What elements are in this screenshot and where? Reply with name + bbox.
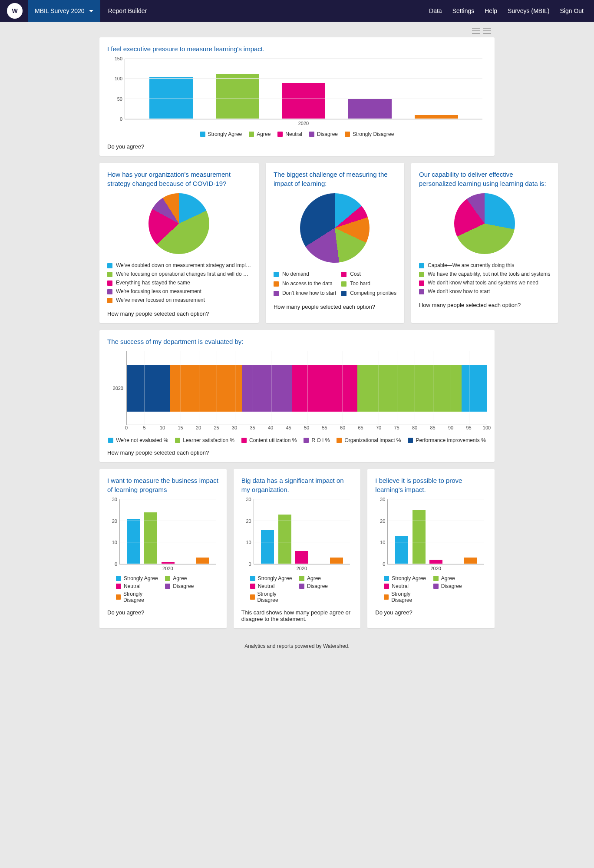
legend-label: Agree [441,575,455,581]
legend-label: We're focusing on operational changes fi… [116,271,248,277]
x-axis-label: 2020 [125,119,482,126]
nav-links: Data Settings Help Surveys (MBIL) Sign O… [429,7,584,14]
nav-signout[interactable]: Sign Out [560,7,584,14]
legend-label: Strongly Agree [258,575,292,581]
legend-label: Disagree [317,131,338,137]
legend-label: Strongly Agree [208,131,242,137]
bar [127,519,140,564]
bar [412,510,426,564]
card-title: I believe it is possible to prove learni… [375,476,487,494]
chart-legend: We've doubled down on measurement strate… [107,261,251,304]
bar [196,558,209,564]
legend-item: Agree [299,575,344,581]
chart-legend: Strongly AgreeAgreeNeutralDisagreeStrong… [241,571,353,603]
legend-item: Agree [249,131,271,137]
legend-label: R O I % [311,437,330,443]
card-title: I want to measure the business impact of… [107,476,219,494]
legend-label: Strongly Disagree [257,591,295,603]
legend-item: Disagree [299,583,344,589]
pie-chart [300,193,370,263]
legend-item: We don't know what tools and systems we … [419,278,550,287]
legend-item: We're focusing less on measurement [107,287,251,296]
legend-item: Content utilization % [241,437,297,443]
card-footer: How many people selected each option? [107,449,487,456]
legend-item: Strongly Disagree [384,591,429,603]
card-footer: How many people selected each option? [419,302,550,308]
nav-settings[interactable]: Settings [452,7,475,14]
legend-label: Neutral [285,131,302,137]
stacked-bar-chart: 2020 05101520253035404550556065707580859… [107,351,487,432]
stacked-segment [357,365,462,412]
bar [278,515,291,564]
legend-item: Too hard [341,279,396,288]
legend-item: We have the capability, but not the tool… [419,270,550,278]
bar-chart: 0102030 2020 [241,499,353,571]
legend-item: Disagree [165,583,210,589]
card-title: Our capability to deliver effective pers… [419,170,550,188]
legend-label: Disagree [307,583,328,589]
stacked-segment [462,365,487,412]
app-title: Report Builder [108,7,147,14]
chart-legend: No demandCostNo access to the dataToo ha… [274,270,396,297]
legend-label: Capable—We are currently doing this [428,262,514,268]
legend-item: Capable—We are currently doing this [419,261,550,270]
legend-label: Content utilization % [249,437,297,443]
x-axis-label: 2020 [254,564,350,571]
legend-label: Agree [307,575,321,581]
legend-label: Strongly Disagree [353,131,394,137]
y-axis-label: 2020 [113,386,127,391]
legend-label: Don't know how to start [282,290,336,296]
card-footer: Do you agree? [107,609,219,616]
legend-item: We've never focused on measurement [107,296,251,304]
bar [330,558,343,564]
chart-legend: We're not evaluated %Learner satisfactio… [107,432,487,443]
legend-item: Strongly Disagree [116,591,161,603]
legend-label: No demand [282,271,309,277]
card-covid-strategy: How has your organization's measurement … [99,163,259,323]
legend-item: Disagree [309,131,338,137]
view-mode-grid-icon[interactable] [472,28,480,34]
legend-item: Neutral [116,583,161,589]
pie-chart [148,193,209,254]
view-mode-list-icon[interactable] [483,28,491,34]
legend-label: Neutral [392,583,409,589]
legend-label: Agree [257,131,271,137]
page-content: I feel executive pressure to measure lea… [99,22,495,674]
legend-item: Learner satisfaction % [175,437,234,443]
legend-item: We don't know how to start [419,287,550,296]
chevron-down-icon [89,10,93,12]
legend-item: Competing priorities [341,289,396,297]
nav-surveys[interactable]: Surveys (MBIL) [508,7,549,14]
legend-item: Disagree [433,583,478,589]
pie-chart [454,193,515,254]
chart-legend: Strongly AgreeAgreeNeutralDisagreeStrong… [107,126,487,137]
legend-label: We don't know what tools and systems we … [428,280,538,286]
legend-item: Organizational impact % [337,437,401,443]
bar-chart: 0102030 2020 [375,499,487,571]
survey-name: MBIL Survey 2020 [35,7,85,14]
legend-label: Everything has stayed the same [116,280,190,286]
legend-label: No access to the data [282,281,333,287]
legend-item: Strongly Agree [116,575,161,581]
chart-legend: Capable—We are currently doing thisWe ha… [419,261,550,296]
legend-label: We've never focused on measurement [116,297,205,303]
chart-legend: Strongly AgreeAgreeNeutralDisagreeStrong… [375,571,487,603]
survey-selector[interactable]: MBIL Survey 2020 [28,0,100,22]
legend-item: Strongly Agree [200,131,242,137]
nav-help[interactable]: Help [485,7,497,14]
legend-label: Cost [350,271,361,277]
bar [295,551,308,564]
legend-item: We're not evaluated % [108,437,168,443]
stacked-segment [242,365,292,412]
legend-item: We're focusing on operational changes fi… [107,270,251,278]
legend-label: Performance improvements % [416,437,485,443]
legend-item: Everything has stayed the same [107,278,251,287]
card-footer: How many people selected each option? [107,310,251,317]
legend-label: Neutral [124,583,141,589]
legend-label: We've doubled down on measurement strate… [116,262,251,268]
legend-label: Learner satisfaction % [183,437,234,443]
card-big-data: Big data has a significant impact on my … [234,469,361,628]
app-logo[interactable]: W [7,3,23,19]
legend-item: Cost [341,270,396,278]
nav-data[interactable]: Data [429,7,442,14]
